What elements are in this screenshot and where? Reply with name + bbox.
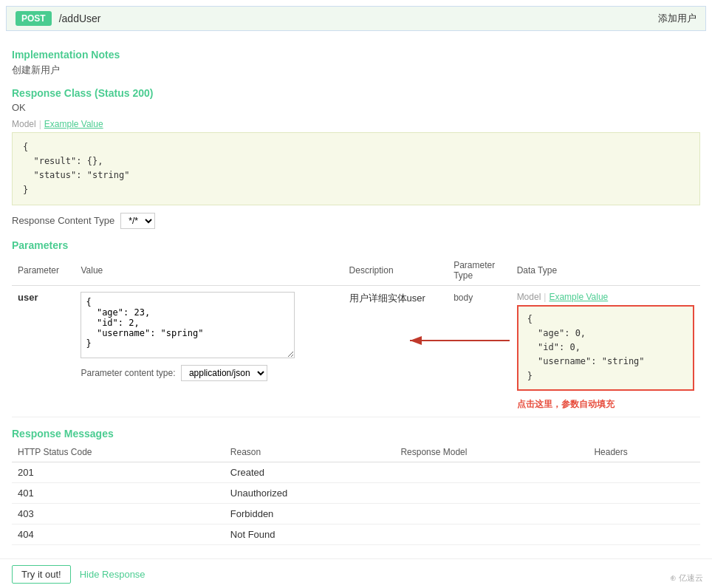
implementation-notes-desc: 创建新用户: [12, 64, 700, 77]
response-messages-table: HTTP Status Code Reason Response Model H…: [12, 442, 700, 545]
response-row: 401Unauthorized: [12, 482, 700, 503]
content-type-select[interactable]: */*: [120, 213, 155, 229]
param-value-textarea[interactable]: { "age": 23, "id": 2, "username": "sprin…: [81, 292, 295, 358]
data-model-tab[interactable]: Model: [517, 292, 541, 302]
model-label: Model: [12, 119, 36, 129]
col-description: Description: [343, 256, 448, 286]
response-status-code: 401: [12, 482, 225, 503]
parameters-title: Parameters: [12, 239, 700, 251]
param-name: user: [18, 292, 38, 303]
col-status-code: HTTP Status Code: [12, 442, 225, 462]
col-response-model: Response Model: [394, 442, 588, 462]
response-status-code: 201: [12, 462, 225, 482]
col-parameter: Parameter: [12, 256, 75, 286]
param-data-type-col: Model | Example Value: [511, 285, 700, 417]
response-headers: [588, 482, 700, 503]
col-parameter-type: ParameterType: [448, 256, 510, 286]
action-label: 添加用户: [658, 12, 696, 25]
data-example-tab[interactable]: Example Value: [549, 292, 608, 302]
hide-response-link[interactable]: Hide Response: [80, 569, 146, 580]
response-class-status: OK: [12, 102, 700, 113]
example-value-tab[interactable]: Example Value: [44, 119, 103, 129]
col-headers: Headers: [588, 442, 700, 462]
col-reason: Reason: [225, 442, 395, 462]
response-content-type-row: Response Content Type */*: [12, 213, 700, 229]
response-headers: [588, 462, 700, 482]
response-row: 201Created: [12, 462, 700, 482]
param-content-type-label: Parameter content type:: [81, 368, 175, 378]
api-header: POST /addUser 添加用户: [6, 6, 706, 31]
response-class-code: { "result": {}, "status": "string" }: [12, 132, 700, 205]
response-response-model: [394, 524, 588, 544]
response-reason: Not Found: [225, 524, 395, 544]
col-data-type: Data Type: [511, 256, 700, 286]
response-model-tabs: Model | Example Value: [12, 119, 700, 129]
response-row: 404Not Found: [12, 524, 700, 544]
col-value: Value: [75, 256, 343, 286]
watermark: ⊕ 亿速云: [670, 572, 703, 584]
response-row: 403Forbidden: [12, 503, 700, 524]
bottom-bar: Try it out! Hide Response: [0, 558, 712, 588]
response-status-code: 404: [12, 524, 225, 544]
implementation-notes-title: Implementation Notes: [12, 49, 700, 61]
response-reason: Forbidden: [225, 503, 395, 524]
method-badge: POST: [16, 11, 52, 26]
response-reason: Unauthorized: [225, 482, 395, 503]
response-reason: Created: [225, 462, 395, 482]
response-headers: [588, 524, 700, 544]
response-response-model: [394, 503, 588, 524]
response-messages-title: Response Messages: [12, 428, 700, 440]
try-it-out-button[interactable]: Try it out!: [12, 565, 71, 584]
arrow-icon: [403, 326, 517, 355]
response-headers: [588, 503, 700, 524]
response-response-model: [394, 482, 588, 503]
param-description: 用户详细实体user: [349, 293, 425, 304]
response-response-model: [394, 462, 588, 482]
data-example-value-box[interactable]: { "age": 0, "id": 0, "username": "string…: [517, 305, 694, 391]
param-row-user: user { "age": 23, "id": 2, "username": "…: [12, 285, 700, 417]
parameters-table: Parameter Value Description ParameterTyp…: [12, 256, 700, 417]
response-status-code: 403: [12, 503, 225, 524]
content-type-label: Response Content Type: [12, 215, 114, 226]
click-hint: 点击这里，参数自动填充: [517, 398, 694, 411]
endpoint-path: /addUser: [59, 13, 658, 24]
param-content-type-select[interactable]: application/json: [181, 365, 267, 381]
response-class-title: Response Class (Status 200): [12, 87, 700, 99]
param-type: body: [453, 293, 473, 303]
